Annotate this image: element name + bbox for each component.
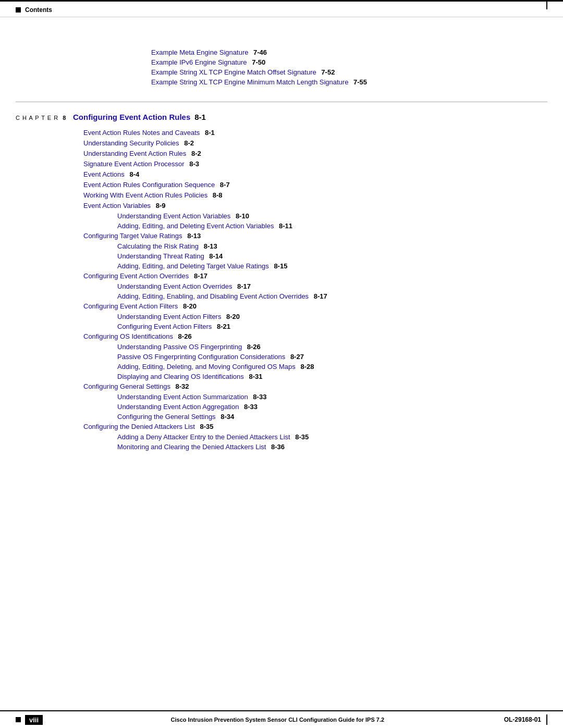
- toc-link[interactable]: Working With Event Action Rules Policies: [83, 191, 207, 199]
- toc-link[interactable]: Event Action Rules Configuration Sequenc…: [83, 181, 215, 189]
- toc-link[interactable]: Understanding Threat Rating: [117, 252, 204, 260]
- toc-link[interactable]: Adding, Editing, and Deleting Event Acti…: [117, 222, 274, 230]
- toc-link[interactable]: Event Action Rules Notes and Caveats: [83, 129, 200, 137]
- chapter-label: C H A P T E R 8: [16, 115, 73, 121]
- page-number: 7-46: [251, 48, 267, 56]
- page-number: 8-20: [181, 302, 197, 310]
- page-number: 8-2: [189, 150, 201, 157]
- toc-link[interactable]: Signature Event Action Processor: [83, 160, 185, 168]
- page-number: 8-13: [186, 232, 201, 240]
- toc-link[interactable]: Configuring Target Value Ratings: [83, 232, 182, 240]
- page-number: 8-2: [182, 139, 194, 147]
- page-number: 8-34: [219, 413, 235, 421]
- content-area: Example Meta Engine Signature 7-46Exampl…: [0, 17, 563, 495]
- list-item: Understanding Event Action Filters 8-20: [117, 313, 547, 320]
- list-item: Event Action Variables 8-9: [83, 202, 547, 209]
- toc-link[interactable]: Understanding Event Action Variables: [117, 212, 230, 220]
- page-number: 8-10: [234, 212, 249, 220]
- list-item: Displaying and Clearing OS Identificatio…: [117, 373, 547, 380]
- toc-link[interactable]: Displaying and Clearing OS Identificatio…: [117, 373, 244, 380]
- toc-link[interactable]: Understanding Passive OS Fingerprinting: [117, 343, 242, 351]
- toc-link[interactable]: Configuring Event Action Filters: [83, 302, 178, 310]
- footer-square-icon: [16, 717, 21, 722]
- toc-link[interactable]: Adding, Editing, and Deleting Target Val…: [117, 262, 269, 270]
- toc-link[interactable]: Adding, Editing, Enabling, and Disabling…: [117, 292, 309, 300]
- list-item: Signature Event Action Processor 8-3: [83, 160, 547, 168]
- page-number: 7-55: [351, 78, 367, 86]
- chapter-page: 8-1: [194, 113, 206, 121]
- toc-link[interactable]: Event Action Variables: [83, 202, 151, 209]
- toc-link[interactable]: Example IPv6 Engine Signature: [151, 58, 247, 66]
- toc-link[interactable]: Configuring the General Settings: [117, 413, 216, 421]
- l1-entries-container: Event Action Rules Notes and Caveats 8-1…: [16, 129, 547, 451]
- page-number: 8-36: [269, 443, 285, 451]
- page-number: 8-17: [192, 272, 207, 280]
- page-number: 8-4: [128, 170, 139, 178]
- footer-doc-number: OL-29168-01: [504, 716, 541, 723]
- list-item: Adding a Deny Attacker Entry to the Deni…: [117, 433, 547, 441]
- toc-link[interactable]: Example String XL TCP Engine Minimum Mat…: [151, 78, 348, 86]
- list-item: Configuring Event Action Overrides 8-17: [83, 272, 547, 280]
- list-item: Configuring the General Settings 8-34: [117, 413, 547, 421]
- page-number: 8-3: [188, 160, 199, 168]
- page-number: 8-20: [224, 313, 240, 320]
- page-number: 8-27: [288, 353, 304, 361]
- toc-link[interactable]: Understanding Security Policies: [83, 139, 179, 147]
- list-item: Configuring OS Identifications 8-26: [83, 332, 547, 340]
- page-number: 8-35: [198, 423, 214, 430]
- chapter-title-link[interactable]: Configuring Event Action Rules: [73, 113, 190, 121]
- toc-link[interactable]: Understanding Event Action Summarization: [117, 393, 248, 401]
- page-number: 8-35: [293, 433, 309, 441]
- toc-link[interactable]: Configuring the Denied Attackers List: [83, 423, 195, 430]
- toc-link[interactable]: Calculating the Risk Rating: [117, 242, 199, 250]
- list-item: Understanding Event Action Overrides 8-1…: [117, 282, 547, 290]
- toc-link[interactable]: Adding a Deny Attacker Entry to the Deni…: [117, 433, 290, 441]
- toc-link[interactable]: Understanding Event Action Rules: [83, 150, 186, 157]
- page-number: 8-21: [215, 323, 230, 330]
- list-item: Configuring Event Action Filters 8-20: [83, 302, 547, 310]
- page-number: 8-28: [299, 363, 314, 371]
- toc-link[interactable]: Configuring OS Identifications: [83, 332, 173, 340]
- toc-link[interactable]: Configuring General Settings: [83, 382, 170, 390]
- page-footer: viii Cisco Intrusion Prevention System S…: [0, 710, 563, 728]
- list-item: Understanding Event Action Variables 8-1…: [117, 212, 547, 220]
- list-item: Configuring General Settings 8-32: [83, 382, 547, 390]
- pre-chapter-entries: Example Meta Engine Signature 7-46Exampl…: [151, 48, 547, 86]
- page-number: 8-8: [211, 191, 222, 199]
- toc-link[interactable]: Passive OS Fingerprinting Configuration …: [117, 353, 285, 361]
- list-item: Understanding Threat Rating 8-14: [117, 252, 547, 260]
- list-item: Working With Event Action Rules Policies…: [83, 191, 547, 199]
- page-number: 8-33: [251, 393, 267, 401]
- toc-link[interactable]: Example String XL TCP Engine Match Offse…: [151, 68, 316, 76]
- footer-right-border: [546, 714, 547, 725]
- list-item: Example String XL TCP Engine Match Offse…: [151, 68, 547, 76]
- list-item: Example String XL TCP Engine Minimum Mat…: [151, 78, 547, 86]
- list-item: Adding, Editing, Deleting, and Moving Co…: [117, 363, 547, 371]
- page-number: 7-50: [250, 58, 266, 66]
- page-number: 8-33: [242, 403, 258, 411]
- page-number: 7-52: [320, 68, 335, 76]
- page-number: 8-17: [312, 292, 327, 300]
- toc-link[interactable]: Configuring Event Action Filters: [117, 323, 212, 330]
- toc-link[interactable]: Monitoring and Clearing the Denied Attac…: [117, 443, 266, 451]
- toc-link[interactable]: Adding, Editing, Deleting, and Moving Co…: [117, 363, 296, 371]
- list-item: Understanding Event Action Rules 8-2: [83, 150, 547, 157]
- toc-link[interactable]: Configuring Event Action Overrides: [83, 272, 189, 280]
- toc-link[interactable]: Understanding Event Action Aggregation: [117, 403, 239, 411]
- top-border: [0, 0, 563, 2]
- toc-link[interactable]: Understanding Event Action Filters: [117, 313, 221, 320]
- list-item: Configuring the Denied Attackers List 8-…: [83, 423, 547, 430]
- header-title: Contents: [25, 6, 52, 14]
- page-number: 8-31: [247, 373, 263, 380]
- page-number: 8-15: [272, 262, 288, 270]
- toc-link[interactable]: Understanding Event Action Overrides: [117, 282, 232, 290]
- list-item: Event Action Rules Notes and Caveats 8-1: [83, 129, 547, 137]
- page-number: 8-11: [277, 222, 292, 230]
- list-item: Understanding Event Action Summarization…: [117, 393, 547, 401]
- list-item: Calculating the Risk Rating 8-13: [117, 242, 547, 250]
- toc-link[interactable]: Event Actions: [83, 170, 125, 178]
- list-item: Example Meta Engine Signature 7-46: [151, 48, 547, 56]
- list-item: Adding, Editing, and Deleting Event Acti…: [117, 222, 547, 230]
- toc-link[interactable]: Example Meta Engine Signature: [151, 48, 248, 56]
- list-item: Adding, Editing, and Deleting Target Val…: [117, 262, 547, 270]
